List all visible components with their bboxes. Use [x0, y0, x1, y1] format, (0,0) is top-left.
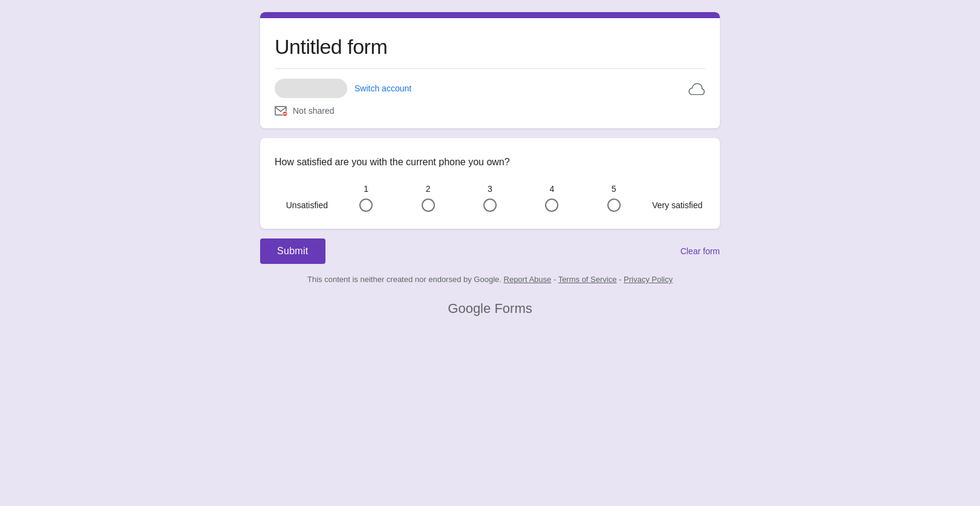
scale-num-2: 2: [413, 184, 443, 194]
scale-num-3: 3: [475, 184, 505, 194]
scale-min-label: Unsatisfied: [275, 200, 335, 210]
title-card-body: Untitled form Switch account: [260, 18, 720, 128]
terms-link[interactable]: Terms of Service: [558, 275, 617, 284]
accent-bar: [260, 12, 720, 18]
account-avatar: [275, 79, 347, 98]
radio-1[interactable]: [359, 199, 373, 212]
disclaimer-text: This content is neither created nor endo…: [307, 275, 501, 284]
footer-disclaimer: This content is neither created nor endo…: [260, 274, 720, 286]
scale-option-2: [413, 199, 443, 212]
title-card: Untitled form Switch account: [260, 12, 720, 128]
submit-button[interactable]: Submit: [260, 238, 325, 264]
cloud-save-button[interactable]: [688, 82, 705, 95]
sep-1: -: [554, 275, 558, 284]
radio-2[interactable]: [422, 199, 435, 212]
question-card: How satisfied are you with the current p…: [260, 138, 720, 229]
scale-num-5: 5: [599, 184, 629, 194]
radio-5[interactable]: [607, 199, 621, 212]
scale-numbers: 1 2 3 4 5: [335, 184, 645, 194]
scale-num-4: 4: [537, 184, 567, 194]
page-wrapper: Untitled form Switch account: [260, 12, 720, 317]
privacy-link[interactable]: Privacy Policy: [624, 275, 673, 284]
form-title: Untitled form: [275, 35, 705, 59]
account-row: Switch account: [275, 79, 705, 98]
scale-num-1: 1: [351, 184, 381, 194]
sep-2: -: [619, 275, 624, 284]
scale-option-3: [475, 199, 505, 212]
email-blocked-icon: [275, 105, 288, 116]
scale-option-4: [537, 199, 567, 212]
cloud-icon: [688, 82, 705, 95]
divider: [275, 68, 705, 69]
sharing-status: Not shared: [293, 106, 334, 116]
logo-google-text: Google: [448, 301, 491, 316]
scale-numbers-row: 1 2 3 4 5: [275, 184, 705, 194]
report-abuse-link[interactable]: Report Abuse: [504, 275, 552, 284]
scale-radios: [335, 199, 645, 212]
scale-container: 1 2 3 4 5 Unsatisfied: [275, 184, 705, 212]
clear-form-button[interactable]: Clear form: [681, 246, 720, 256]
scale-option-1: [351, 199, 381, 212]
radio-4[interactable]: [545, 199, 558, 212]
footer-row: Submit Clear form: [260, 238, 720, 264]
logo-forms-text: Forms: [494, 301, 532, 316]
not-shared-row: Not shared: [275, 105, 705, 116]
scale-max-label: Very satisfied: [645, 200, 705, 210]
scale-labels-row: Unsatisfied: [275, 199, 705, 212]
radio-3[interactable]: [483, 199, 497, 212]
google-forms-logo: Google Forms: [260, 301, 720, 317]
question-text: How satisfied are you with the current p…: [275, 155, 705, 169]
switch-account-link[interactable]: Switch account: [354, 84, 411, 93]
scale-option-5: [599, 199, 629, 212]
